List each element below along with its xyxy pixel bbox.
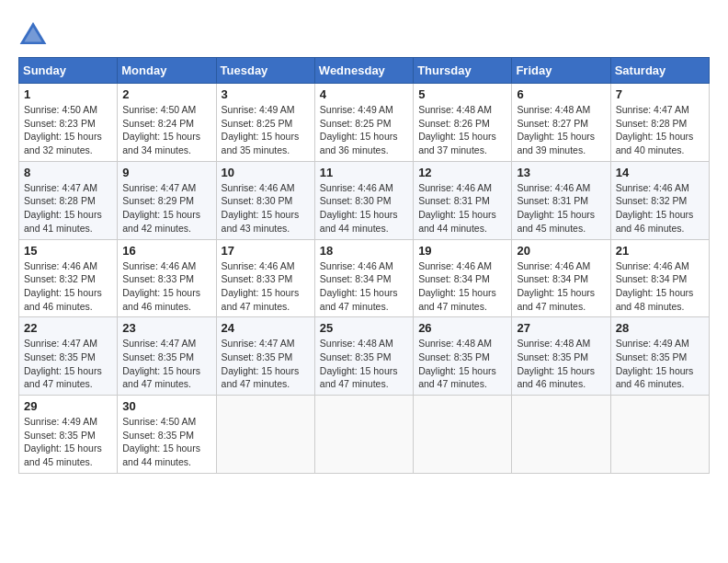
day-number: 30: [122, 399, 210, 413]
calendar-week-row: 29 Sunrise: 4:49 AMSunset: 8:35 PMDaylig…: [19, 396, 710, 474]
calendar-cell: 27 Sunrise: 4:48 AMSunset: 8:35 PMDaylig…: [512, 317, 610, 396]
calendar-cell: 3 Sunrise: 4:49 AMSunset: 8:25 PMDayligh…: [216, 84, 314, 162]
day-number: 21: [616, 244, 704, 258]
day-info: Sunrise: 4:46 AMSunset: 8:34 PMDaylight:…: [517, 260, 595, 312]
day-info: Sunrise: 4:47 AMSunset: 8:35 PMDaylight:…: [222, 338, 300, 389]
calendar-table: SundayMondayTuesdayWednesdayThursdayFrid…: [18, 57, 710, 474]
day-info: Sunrise: 4:49 AMSunset: 8:25 PMDaylight:…: [320, 104, 398, 155]
calendar-cell: 6 Sunrise: 4:48 AMSunset: 8:27 PMDayligh…: [512, 84, 610, 162]
calendar-cell: 26 Sunrise: 4:48 AMSunset: 8:35 PMDaylig…: [414, 317, 512, 396]
calendar-cell: 14 Sunrise: 4:46 AMSunset: 8:32 PMDaylig…: [610, 161, 709, 239]
day-info: Sunrise: 4:46 AMSunset: 8:33 PMDaylight:…: [222, 260, 300, 312]
calendar-cell: [216, 396, 314, 474]
day-number: 24: [222, 321, 310, 335]
day-info: Sunrise: 4:50 AMSunset: 8:24 PMDaylight:…: [122, 104, 200, 155]
calendar-cell: 28 Sunrise: 4:49 AMSunset: 8:35 PMDaylig…: [610, 317, 709, 396]
day-number: 22: [24, 321, 112, 335]
day-number: 10: [222, 166, 310, 179]
calendar-cell: 15 Sunrise: 4:46 AMSunset: 8:32 PMDaylig…: [19, 239, 118, 317]
calendar-cell: 18 Sunrise: 4:46 AMSunset: 8:34 PMDaylig…: [314, 239, 413, 317]
calendar-cell: 16 Sunrise: 4:46 AMSunset: 8:33 PMDaylig…: [118, 239, 216, 317]
day-info: Sunrise: 4:46 AMSunset: 8:33 PMDaylight:…: [122, 260, 200, 312]
day-info: Sunrise: 4:48 AMSunset: 8:35 PMDaylight:…: [517, 338, 595, 389]
calendar-cell: [610, 396, 709, 474]
calendar-cell: 13 Sunrise: 4:46 AMSunset: 8:31 PMDaylig…: [512, 161, 610, 239]
day-info: Sunrise: 4:46 AMSunset: 8:31 PMDaylight:…: [418, 182, 496, 234]
calendar-cell: 4 Sunrise: 4:49 AMSunset: 8:25 PMDayligh…: [314, 84, 413, 162]
calendar-cell: 17 Sunrise: 4:46 AMSunset: 8:33 PMDaylig…: [216, 239, 314, 317]
calendar-cell: [314, 396, 413, 474]
day-of-week-header: Wednesday: [314, 58, 413, 84]
day-number: 11: [320, 166, 408, 179]
day-info: Sunrise: 4:46 AMSunset: 8:34 PMDaylight:…: [418, 260, 496, 312]
calendar-week-row: 1 Sunrise: 4:50 AMSunset: 8:23 PMDayligh…: [19, 84, 710, 162]
calendar-cell: 5 Sunrise: 4:48 AMSunset: 8:26 PMDayligh…: [414, 84, 512, 162]
calendar-week-row: 15 Sunrise: 4:46 AMSunset: 8:32 PMDaylig…: [19, 239, 710, 317]
day-info: Sunrise: 4:50 AMSunset: 8:35 PMDaylight:…: [122, 416, 200, 467]
page-header: [18, 18, 710, 48]
day-info: Sunrise: 4:46 AMSunset: 8:34 PMDaylight:…: [616, 260, 694, 312]
calendar-cell: 24 Sunrise: 4:47 AMSunset: 8:35 PMDaylig…: [216, 317, 314, 396]
calendar-cell: 23 Sunrise: 4:47 AMSunset: 8:35 PMDaylig…: [118, 317, 216, 396]
day-number: 27: [517, 321, 605, 335]
logo-icon: [18, 18, 48, 48]
day-of-week-header: Sunday: [19, 58, 118, 84]
day-number: 29: [24, 399, 112, 413]
day-number: 18: [320, 244, 408, 258]
day-info: Sunrise: 4:50 AMSunset: 8:23 PMDaylight:…: [24, 104, 102, 155]
day-number: 26: [418, 321, 506, 335]
days-of-week-row: SundayMondayTuesdayWednesdayThursdayFrid…: [19, 58, 710, 84]
calendar-cell: 2 Sunrise: 4:50 AMSunset: 8:24 PMDayligh…: [118, 84, 216, 162]
day-number: 1: [24, 87, 112, 101]
calendar-cell: 19 Sunrise: 4:46 AMSunset: 8:34 PMDaylig…: [414, 239, 512, 317]
day-info: Sunrise: 4:48 AMSunset: 8:35 PMDaylight:…: [418, 338, 496, 389]
day-info: Sunrise: 4:47 AMSunset: 8:29 PMDaylight:…: [122, 182, 200, 234]
day-number: 9: [122, 166, 210, 179]
day-info: Sunrise: 4:49 AMSunset: 8:35 PMDaylight:…: [616, 338, 694, 389]
day-number: 23: [122, 321, 210, 335]
day-of-week-header: Monday: [118, 58, 216, 84]
calendar-week-row: 8 Sunrise: 4:47 AMSunset: 8:28 PMDayligh…: [19, 161, 710, 239]
day-number: 13: [517, 166, 605, 179]
calendar-cell: 8 Sunrise: 4:47 AMSunset: 8:28 PMDayligh…: [19, 161, 118, 239]
day-info: Sunrise: 4:46 AMSunset: 8:32 PMDaylight:…: [616, 182, 694, 234]
day-info: Sunrise: 4:48 AMSunset: 8:35 PMDaylight:…: [320, 338, 398, 389]
logo: [18, 18, 51, 48]
day-number: 12: [418, 166, 506, 179]
calendar-cell: 21 Sunrise: 4:46 AMSunset: 8:34 PMDaylig…: [610, 239, 709, 317]
day-number: 20: [517, 244, 605, 258]
calendar-cell: 20 Sunrise: 4:46 AMSunset: 8:34 PMDaylig…: [512, 239, 610, 317]
day-info: Sunrise: 4:47 AMSunset: 8:28 PMDaylight:…: [24, 182, 102, 234]
calendar-body: 1 Sunrise: 4:50 AMSunset: 8:23 PMDayligh…: [19, 84, 710, 474]
day-number: 14: [616, 166, 704, 179]
calendar-cell: 10 Sunrise: 4:46 AMSunset: 8:30 PMDaylig…: [216, 161, 314, 239]
day-info: Sunrise: 4:48 AMSunset: 8:26 PMDaylight:…: [418, 104, 496, 155]
day-number: 4: [320, 87, 408, 101]
day-number: 17: [222, 244, 310, 258]
day-number: 8: [24, 166, 112, 179]
day-number: 2: [122, 87, 210, 101]
day-info: Sunrise: 4:46 AMSunset: 8:30 PMDaylight:…: [320, 182, 398, 234]
day-info: Sunrise: 4:47 AMSunset: 8:35 PMDaylight:…: [24, 338, 102, 389]
day-info: Sunrise: 4:46 AMSunset: 8:31 PMDaylight:…: [517, 182, 595, 234]
day-info: Sunrise: 4:49 AMSunset: 8:25 PMDaylight:…: [222, 104, 300, 155]
day-info: Sunrise: 4:49 AMSunset: 8:35 PMDaylight:…: [24, 416, 102, 467]
calendar-header: SundayMondayTuesdayWednesdayThursdayFrid…: [19, 58, 710, 84]
calendar-cell: 25 Sunrise: 4:48 AMSunset: 8:35 PMDaylig…: [314, 317, 413, 396]
calendar-cell: 9 Sunrise: 4:47 AMSunset: 8:29 PMDayligh…: [118, 161, 216, 239]
calendar-cell: [414, 396, 512, 474]
calendar-cell: 22 Sunrise: 4:47 AMSunset: 8:35 PMDaylig…: [19, 317, 118, 396]
calendar-cell: [512, 396, 610, 474]
day-number: 19: [418, 244, 506, 258]
day-info: Sunrise: 4:47 AMSunset: 8:28 PMDaylight:…: [616, 104, 694, 155]
day-number: 6: [517, 87, 605, 101]
day-number: 25: [320, 321, 408, 335]
day-info: Sunrise: 4:48 AMSunset: 8:27 PMDaylight:…: [517, 104, 595, 155]
day-number: 16: [122, 244, 210, 258]
day-number: 15: [24, 244, 112, 258]
day-of-week-header: Thursday: [414, 58, 512, 84]
day-info: Sunrise: 4:47 AMSunset: 8:35 PMDaylight:…: [122, 338, 200, 389]
calendar-cell: 1 Sunrise: 4:50 AMSunset: 8:23 PMDayligh…: [19, 84, 118, 162]
calendar-cell: 11 Sunrise: 4:46 AMSunset: 8:30 PMDaylig…: [314, 161, 413, 239]
day-info: Sunrise: 4:46 AMSunset: 8:30 PMDaylight:…: [222, 182, 300, 234]
